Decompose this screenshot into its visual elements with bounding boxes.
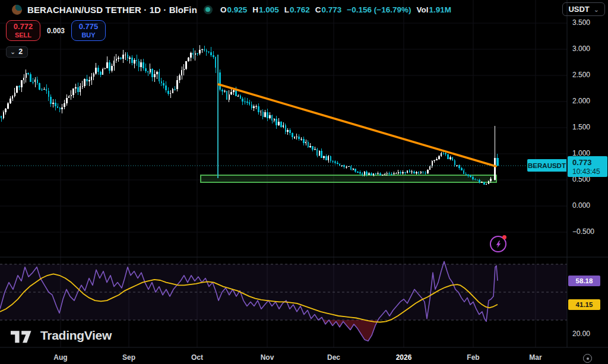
chart-header: BERACHAIN/USD TETHER · 1D · BloFin O0.92… bbox=[12, 3, 451, 16]
rsi-axis-tick: 20.00 bbox=[572, 330, 590, 338]
sell-label: SELL bbox=[15, 31, 31, 39]
ohlc-readout: O0.925 H1.005 L0.762 C0.773 −0.156 (−16.… bbox=[220, 5, 451, 14]
spread-value: 0.003 bbox=[47, 27, 65, 35]
sell-button[interactable]: 0.772 SELL bbox=[6, 20, 40, 41]
close-value: C0.773 bbox=[315, 5, 342, 14]
open-value: O0.925 bbox=[220, 5, 247, 14]
time-axis-label: 2026 bbox=[391, 353, 417, 362]
buy-button[interactable]: 0.775 BUY bbox=[71, 20, 106, 41]
time-axis-label: Dec bbox=[321, 353, 347, 362]
symbol-title[interactable]: BERACHAIN/USD TETHER · 1D · BloFin bbox=[27, 5, 197, 15]
price-axis-label: 0.000 bbox=[572, 201, 590, 210]
last-price-value: 0.773 bbox=[572, 158, 607, 167]
chevron-down-icon: ⌄ bbox=[594, 7, 599, 12]
sell-price: 0.772 bbox=[14, 23, 33, 31]
currency-dropdown[interactable]: USDT ⌄ bbox=[562, 2, 605, 16]
lightning-icon bbox=[494, 240, 503, 249]
time-axis-label: Sep bbox=[116, 353, 142, 362]
flash-alert-button[interactable] bbox=[490, 236, 506, 252]
volume-value: Vol1.91M bbox=[416, 5, 451, 14]
chart-window: BERACHAIN/USD TETHER · 1D · BloFin O0.92… bbox=[0, 0, 608, 364]
change-value: −0.156 (−16.79%) bbox=[347, 5, 411, 14]
tradingview-logo-text: TradingView bbox=[40, 328, 112, 343]
currency-dropdown-value: USDT bbox=[568, 5, 589, 14]
time-axis-label: Feb bbox=[460, 353, 486, 362]
time-axis-label: Mar bbox=[522, 353, 549, 362]
symbol-logo-icon bbox=[12, 5, 22, 15]
rsi-value-label: 58.18 bbox=[568, 276, 600, 286]
chevron-down-icon: ⌄ bbox=[10, 49, 15, 55]
price-axis-label: 2.500 bbox=[572, 71, 590, 79]
tradingview-logo[interactable]: TradingView bbox=[11, 327, 112, 343]
market-status-icon[interactable] bbox=[204, 5, 213, 14]
rsi-ma-value-label: 41.15 bbox=[568, 299, 600, 310]
support-zone-box[interactable] bbox=[201, 175, 496, 182]
low-value: L0.762 bbox=[284, 5, 310, 14]
notification-dot bbox=[502, 235, 506, 239]
price-axis-label: −0.500 bbox=[572, 227, 594, 236]
price-axis-label: 3.500 bbox=[572, 18, 590, 27]
time-axis-label: Aug bbox=[48, 353, 74, 362]
price-axis-label: 1.500 bbox=[572, 123, 590, 131]
drawings-count-button[interactable]: ⌄ 2 bbox=[6, 46, 28, 58]
trade-panel: 0.772 SELL 0.003 0.775 BUY bbox=[6, 20, 106, 41]
candle-countdown: 10:43:45 bbox=[572, 167, 607, 176]
last-price-label: 0.773 10:43:45 bbox=[568, 156, 607, 177]
buy-label: BUY bbox=[81, 31, 95, 39]
price-axis-label: 3.000 bbox=[572, 45, 590, 53]
timezone-settings-icon[interactable] bbox=[583, 354, 592, 363]
time-axis-label: Nov bbox=[254, 353, 280, 362]
drawings-count-value: 2 bbox=[18, 48, 23, 56]
buy-price: 0.775 bbox=[79, 23, 99, 31]
candlesticks[interactable] bbox=[1, 45, 499, 185]
symbol-price-tag: BERAUSDT bbox=[527, 159, 566, 172]
time-axis[interactable]: AugSepOctNovDec2026FebMar bbox=[0, 347, 608, 364]
time-axis-label: Oct bbox=[184, 353, 210, 362]
tradingview-logo-icon bbox=[11, 327, 34, 343]
price-axis-label: 2.000 bbox=[572, 97, 590, 105]
high-value: H1.005 bbox=[252, 5, 279, 14]
